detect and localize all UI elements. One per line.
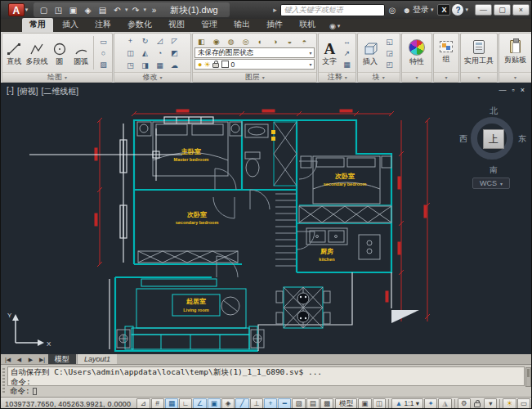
isolate-objects-icon[interactable]: ☀ xyxy=(503,398,516,409)
view-cube-west[interactable]: 西 xyxy=(459,133,467,145)
viewport-menu-control[interactable]: [-] xyxy=(7,86,14,97)
tab-home[interactable]: 常用 xyxy=(22,18,53,32)
panel-label-properties[interactable]: ▾ xyxy=(402,72,432,82)
polyline-tool[interactable]: 多段线 xyxy=(25,41,47,65)
tab-layout1[interactable]: Layout1 xyxy=(77,354,117,364)
dynamic-input-toggle[interactable]: + xyxy=(264,398,277,409)
plot-button[interactable]: ▤ xyxy=(96,4,110,16)
layer-off-icon[interactable]: ◉ xyxy=(209,36,223,47)
toolbar-lock-dropdown-icon[interactable]: ▾ xyxy=(484,398,497,409)
panel-label-group[interactable]: ▾ xyxy=(434,72,458,82)
panel-label-clipboard[interactable]: ▾ xyxy=(499,72,531,82)
help-dropdown-icon[interactable]: ▾ xyxy=(465,7,468,13)
annotation-autoscale-toggle[interactable]: ◮ xyxy=(438,398,451,409)
ucs-icon[interactable]: Y X xyxy=(7,312,51,348)
command-window-grip[interactable] xyxy=(2,368,5,393)
label-middle-bedroom-cn[interactable]: 次卧室 xyxy=(186,210,207,218)
prev-tab-button[interactable]: ◀ xyxy=(14,355,25,364)
edit-attributes-icon[interactable]: ◲ xyxy=(382,47,396,58)
vp-restore-icon[interactable]: ▫ xyxy=(512,86,515,94)
clean-screen-button[interactable]: ▭ xyxy=(517,398,530,409)
arc-tool[interactable]: 圆弧 xyxy=(71,41,91,65)
table-icon[interactable]: ▦ xyxy=(340,59,354,70)
mirror-icon[interactable]: ◭ xyxy=(138,47,152,59)
trim-icon[interactable]: ◿ xyxy=(153,35,167,47)
visual-style-control[interactable]: [二维线框] xyxy=(41,86,78,97)
command-history[interactable]: 自动保存到 C:\Users\admin\appdata\local\temp\… xyxy=(7,366,525,386)
vp-close-icon[interactable]: × xyxy=(521,86,525,94)
layer-previous-icon[interactable]: ◒ xyxy=(283,36,297,47)
layer-walk-icon[interactable]: ◓ xyxy=(297,36,311,47)
circle-tool[interactable]: 圆 xyxy=(49,41,69,65)
panel-label-modify[interactable]: 修改▾ xyxy=(114,72,190,82)
scale-icon[interactable]: ◨ xyxy=(138,60,152,71)
open-button[interactable]: ◳ xyxy=(51,4,65,16)
label-master-bedroom-en[interactable]: Master bedroom xyxy=(174,157,209,162)
ellipse-icon[interactable]: ○ xyxy=(96,47,110,58)
3d-object-snap-toggle[interactable]: ◈ xyxy=(221,398,235,409)
label-secondary-bedroom-cn[interactable]: 次卧室 xyxy=(334,172,355,180)
first-tab-button[interactable]: |◀ xyxy=(2,355,13,364)
label-master-bedroom-cn[interactable]: 主卧室 xyxy=(181,147,201,155)
command-prompt[interactable]: 命令: xyxy=(7,386,525,397)
label-living-room-en[interactable]: Living room xyxy=(183,308,209,312)
floor-plan-drawing[interactable]: Y X 主卧室 Master bedroom 次卧室 secondary bed… xyxy=(1,83,532,354)
hatch-icon[interactable]: ▨ xyxy=(96,59,110,70)
view-cube-top-face[interactable]: 上 xyxy=(483,129,504,149)
redo-button[interactable]: ↷ xyxy=(129,4,143,16)
transparency-toggle[interactable]: ▨ xyxy=(292,398,305,409)
undo-dropdown-icon[interactable]: ▾ xyxy=(125,7,128,13)
restore-button[interactable]: ▢ xyxy=(494,4,511,16)
properties-color-wheel-icon[interactable] xyxy=(409,39,425,56)
layer-properties-icon[interactable]: ◧ xyxy=(194,36,208,47)
layer-isolate-icon[interactable]: ◍ xyxy=(224,36,238,47)
workspace-switching-icon[interactable]: ⚙ xyxy=(458,398,471,409)
panel-label-block[interactable]: 块▾ xyxy=(358,72,399,82)
fillet-icon[interactable]: ◔ xyxy=(153,47,167,59)
clipboard-icon[interactable] xyxy=(510,40,521,53)
help-button[interactable]: ? xyxy=(452,4,463,16)
array-icon[interactable]: ▦ xyxy=(153,60,167,71)
coordinates-readout[interactable]: 1039737.7650, 405263.9921, 0.0000 xyxy=(3,400,136,408)
polar-tracking-toggle[interactable]: ∠ xyxy=(193,398,206,409)
tab-manage[interactable]: 管理 xyxy=(194,18,225,32)
save-button[interactable]: ▣ xyxy=(66,4,80,16)
linear-dimension-icon[interactable]: ↔ xyxy=(340,36,354,47)
ortho-mode-toggle[interactable]: ∟ xyxy=(179,398,192,409)
last-tab-button[interactable]: ▶| xyxy=(37,355,47,364)
insert-block-tool[interactable]: 插入 xyxy=(360,41,381,65)
define-attributes-icon[interactable]: ◰ xyxy=(382,59,396,70)
copy-icon[interactable]: ◫ xyxy=(123,47,137,59)
rectangle-icon[interactable]: ▭ xyxy=(96,36,110,47)
undo-button[interactable]: ↶ xyxy=(110,4,124,16)
line-tool[interactable]: 直线 xyxy=(4,41,24,65)
toolbar-lock-icon[interactable] xyxy=(472,398,483,409)
minimize-button[interactable]: — xyxy=(475,4,492,16)
layer-lock-icon[interactable]: ◐ xyxy=(253,36,267,47)
sign-in-button[interactable]: ☻ 登录 ▾ xyxy=(400,4,436,16)
application-menu-button[interactable]: A ▾ xyxy=(4,1,32,19)
screencast-icon[interactable]: ◉▾ xyxy=(329,22,340,32)
new-button[interactable]: ▢ xyxy=(37,4,51,16)
object-snap-tracking-toggle[interactable]: ╱ xyxy=(235,398,248,409)
explode-icon[interactable]: ◩ xyxy=(168,47,181,59)
tab-annotate[interactable]: 注释 xyxy=(87,18,118,32)
annotation-scale-button[interactable]: ▲ 1:1 ▾ xyxy=(391,398,423,409)
tab-parametric[interactable]: 参数化 xyxy=(120,18,159,32)
command-scrollbar[interactable] xyxy=(525,367,531,387)
doors[interactable] xyxy=(213,161,317,277)
close-button[interactable]: × xyxy=(512,4,530,16)
vp-minimize-icon[interactable]: — xyxy=(499,86,507,94)
panel-label-draw[interactable]: 绘图▾ xyxy=(2,72,112,82)
panel-label-layers[interactable]: 图层▾ xyxy=(193,72,316,82)
tab-output[interactable]: 输出 xyxy=(226,18,257,32)
label-secondary-bedroom-en[interactable]: secondary bedroom xyxy=(324,182,367,187)
view-cube-south[interactable]: 南 xyxy=(459,164,528,176)
tab-online[interactable]: 联机 xyxy=(292,18,323,32)
view-cube-north[interactable]: 北 xyxy=(459,106,528,117)
infocenter-arrow-icon[interactable]: ▸ xyxy=(271,6,279,14)
model-space-button[interactable]: 模型 xyxy=(335,398,357,409)
view-cube[interactable]: 北 南 西 东 上 WCS▾ xyxy=(459,104,528,189)
next-tab-button[interactable]: ▶ xyxy=(25,355,36,364)
stretch-icon[interactable]: ◳ xyxy=(123,60,137,71)
